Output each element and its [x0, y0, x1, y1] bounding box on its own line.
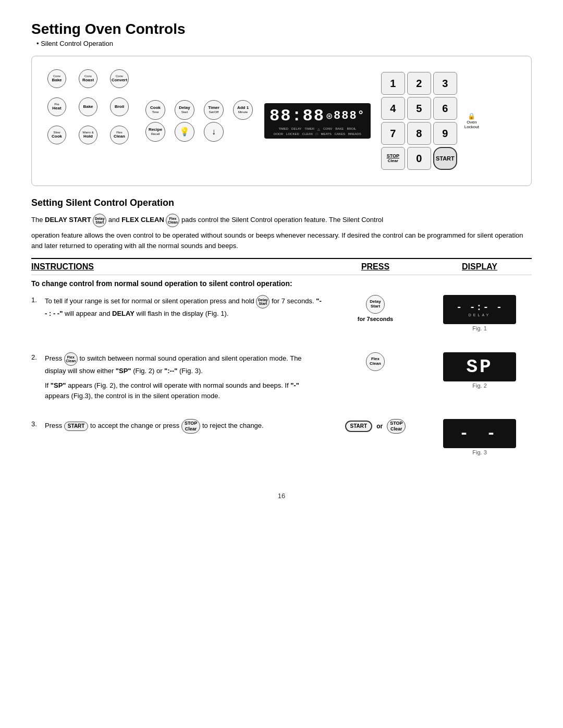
- intro-paragraph-1: The DELAY START DelayStart and FLEX CLEA…: [31, 214, 532, 227]
- instructions-header: INSTRUCTIONS: [31, 259, 323, 275]
- step-2-content: Press FlexClean to switch between normal…: [45, 352, 323, 401]
- step-2-para2: If "SP" appears (Fig. 2), the control wi…: [45, 380, 323, 401]
- stop-inline-step3: STOPClear: [181, 419, 200, 434]
- fig-1-box: - -:- - DELAY: [443, 295, 516, 324]
- fig-3-label: Fig. 3: [472, 449, 487, 455]
- num-4-btn[interactable]: 4: [381, 97, 405, 120]
- fig-2-label: Fig. 2: [472, 382, 487, 389]
- change-heading: To change control from normal sound oper…: [31, 275, 532, 290]
- oven-panel: ConvBake ConvRoast ConvConvert PreHeat B…: [31, 56, 532, 186]
- conv-convert-btn[interactable]: ConvConvert: [105, 66, 134, 92]
- fig-3-dash: - -: [459, 425, 500, 442]
- recipe-recall-btn[interactable]: RecipeRecall: [142, 122, 168, 142]
- step-2-text: 2. Press FlexClean to switch between nor…: [31, 347, 323, 414]
- display-extra: 888°: [334, 109, 365, 122]
- bake-btn[interactable]: Bake: [74, 94, 103, 120]
- press-item-1: DelayStart for 7seconds: [327, 295, 423, 322]
- section-title: Setting Silent Control Operation: [31, 198, 532, 208]
- num-5-btn[interactable]: 5: [407, 97, 431, 120]
- step-2-press: FlexClean: [323, 347, 427, 414]
- num-9-btn[interactable]: 9: [433, 122, 457, 145]
- fig-1-label: Fig. 1: [472, 325, 487, 331]
- press-header: PRESS: [323, 259, 427, 275]
- conv-roast-btn[interactable]: ConvRoast: [74, 66, 103, 92]
- step-1-item: 1. To tell if your range is set for norm…: [31, 295, 323, 319]
- num-8-btn[interactable]: 8: [407, 122, 431, 145]
- fig-1-delay-label: DELAY: [469, 313, 491, 317]
- left-button-grid: ConvBake ConvRoast ConvConvert PreHeat B…: [42, 66, 134, 176]
- broil-btn[interactable]: Broil: [105, 94, 134, 120]
- lightbulb-btn[interactable]: 💡: [172, 122, 198, 142]
- step-2-num: 2.: [31, 352, 41, 401]
- delay-start-btn[interactable]: DelayStart: [172, 100, 198, 120]
- step-3-content: Press START to accept the change or pres…: [45, 419, 264, 434]
- display-time: 88:88: [270, 106, 325, 126]
- press-label-1: for 7seconds: [358, 316, 393, 322]
- display-header: DISPLAY: [427, 259, 532, 275]
- conv-bake-btn[interactable]: ConvBake: [42, 66, 71, 92]
- num-1-btn[interactable]: 1: [381, 72, 405, 95]
- display-labels-2: DOOR LOCKED CLEAN □ MEATS CAKES BREADS: [274, 132, 361, 135]
- or-text: or: [376, 423, 383, 430]
- slow-cook-btn[interactable]: SlowCook: [42, 122, 71, 148]
- step-3-press: START or STOPClear: [323, 414, 427, 471]
- num-7-btn[interactable]: 7: [381, 122, 405, 145]
- step-3-display: - - Fig. 3: [427, 414, 532, 471]
- num-2-btn[interactable]: 2: [407, 72, 431, 95]
- press-item-2: FlexClean: [327, 352, 423, 371]
- press-item-3: START or STOPClear: [327, 419, 423, 434]
- fig-2-sp: SP: [466, 356, 493, 378]
- oven-display: 88:88 ⊛ 888° TIMED DELAY TIMER △ CONV BA…: [264, 103, 371, 139]
- delay-btn-inline: DelayStart: [256, 295, 270, 309]
- arrow-btn[interactable]: ↓: [201, 122, 227, 142]
- step-3-item: 3. Press START to accept the change or p…: [31, 419, 323, 434]
- delay-start-press-btn[interactable]: DelayStart: [366, 295, 385, 314]
- middle-buttons: CookTime DelayStart TimerSet/Off Add 1Mi…: [142, 100, 256, 142]
- flex-clean-btn[interactable]: FlexClean: [105, 122, 134, 148]
- intro-paragraph-2: operation feature allows the oven contro…: [31, 230, 532, 251]
- stop-clear-press-btn[interactable]: STOPClear: [387, 419, 406, 434]
- delay-start-inline-icon: DelayStart: [93, 214, 106, 227]
- fig-1-dashes: - -:- -: [456, 302, 503, 313]
- pre-heat-btn[interactable]: PreHeat: [42, 94, 71, 120]
- num-0-btn[interactable]: 0: [407, 147, 431, 170]
- start-inline-step3: START: [64, 422, 89, 431]
- display-item-1: - -:- - DELAY Fig. 1: [432, 295, 528, 338]
- numpad: 1 2 3 4 5 6 7 8 9 STOP Clear 0 START: [381, 72, 457, 170]
- display-labels: TIMED DELAY TIMER △ CONV BAKE BROIL: [278, 127, 356, 131]
- display-item-3: - - Fig. 3: [432, 419, 528, 462]
- add-1-minute-btn[interactable]: Add 1Minute: [230, 100, 256, 120]
- flex-clean-press-btn[interactable]: FlexClean: [366, 352, 385, 371]
- step-1-text: 1. To tell if your range is set for norm…: [31, 290, 323, 347]
- stop-clear-btn[interactable]: STOP Clear: [381, 147, 405, 170]
- panel-content: ConvBake ConvRoast ConvConvert PreHeat B…: [42, 66, 521, 176]
- timer-btn[interactable]: TimerSet/Off: [201, 100, 227, 120]
- step-1-press: DelayStart for 7seconds: [323, 290, 427, 347]
- num-3-btn[interactable]: 3: [433, 72, 457, 95]
- step-3-num: 3.: [31, 419, 41, 434]
- cook-time-btn[interactable]: CookTime: [142, 100, 168, 120]
- start-btn[interactable]: START: [433, 147, 457, 170]
- instructions-table: INSTRUCTIONS PRESS DISPLAY To change con…: [31, 258, 532, 471]
- page-subtitle: • Silent Control Operation: [31, 40, 532, 47]
- oven-lockout: 🔒 Oven Lockout: [464, 113, 479, 129]
- fig-3-box: - -: [443, 419, 516, 448]
- step-3-text: 3. Press START to accept the change or p…: [31, 414, 323, 471]
- fig-2-box: SP: [443, 352, 516, 381]
- start-press-btn[interactable]: START: [345, 421, 373, 432]
- display-item-2: SP Fig. 2: [432, 352, 528, 395]
- display-content: 88:88 ⊛ 888°: [270, 106, 365, 126]
- step-1-display: - -:- - DELAY Fig. 1: [427, 290, 532, 347]
- display-icon: ⊛: [326, 111, 333, 121]
- flex-clean-step2-btn: FlexClean: [64, 352, 78, 366]
- page-title: Setting Oven Controls: [31, 21, 532, 38]
- step-1-num: 1.: [31, 295, 41, 319]
- flex-clean-inline-icon: FlexClean: [166, 214, 179, 227]
- fig-1-content: - -:- - DELAY: [456, 302, 503, 317]
- mid-row-2: RecipeRecall 💡 ↓: [142, 122, 256, 142]
- step-2-item: 2. Press FlexClean to switch between nor…: [31, 352, 323, 401]
- num-6-btn[interactable]: 6: [433, 97, 457, 120]
- warm-hold-btn[interactable]: Warm &Hold: [74, 122, 103, 148]
- step-1-content: To tell if your range is set for normal …: [45, 295, 323, 319]
- subtitle-text: Silent Control Operation: [41, 40, 113, 47]
